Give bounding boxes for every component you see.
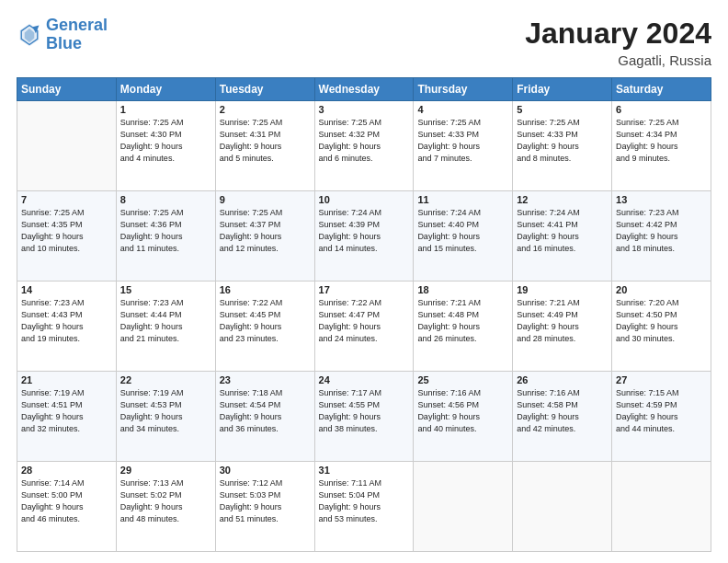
day-info: Sunrise: 7:25 AM Sunset: 4:33 PM Dayligh…: [517, 117, 608, 165]
day-cell: 12Sunrise: 7:24 AM Sunset: 4:41 PM Dayli…: [513, 191, 612, 282]
page: General Blue January 2024 Gagatli, Russi…: [0, 0, 728, 563]
day-info: Sunrise: 7:16 AM Sunset: 4:56 PM Dayligh…: [417, 387, 508, 435]
logo-line1: General: [46, 16, 108, 34]
day-cell: 6Sunrise: 7:25 AM Sunset: 4:34 PM Daylig…: [612, 101, 711, 191]
week-row-2: 7Sunrise: 7:25 AM Sunset: 4:35 PM Daylig…: [17, 191, 711, 282]
day-cell: 24Sunrise: 7:17 AM Sunset: 4:55 PM Dayli…: [314, 372, 414, 462]
day-info: Sunrise: 7:24 AM Sunset: 4:39 PM Dayligh…: [319, 207, 410, 255]
day-cell: 31Sunrise: 7:11 AM Sunset: 5:04 PM Dayli…: [314, 462, 414, 552]
day-number: 2: [220, 104, 311, 115]
calendar-title: January 2024: [525, 17, 711, 51]
day-cell: 23Sunrise: 7:18 AM Sunset: 4:54 PM Dayli…: [215, 372, 314, 462]
week-row-1: 1Sunrise: 7:25 AM Sunset: 4:30 PM Daylig…: [17, 101, 711, 191]
day-cell: 26Sunrise: 7:16 AM Sunset: 4:58 PM Dayli…: [513, 372, 612, 462]
calendar-table: SundayMondayTuesdayWednesdayThursdayFrid…: [17, 77, 711, 552]
day-cell: 7Sunrise: 7:25 AM Sunset: 4:35 PM Daylig…: [17, 191, 117, 282]
calendar-body: 1Sunrise: 7:25 AM Sunset: 4:30 PM Daylig…: [17, 101, 711, 552]
day-info: Sunrise: 7:23 AM Sunset: 4:43 PM Dayligh…: [21, 297, 112, 345]
day-number: 16: [220, 284, 311, 295]
title-block: January 2024 Gagatli, Russia: [525, 17, 711, 68]
day-cell: 18Sunrise: 7:21 AM Sunset: 4:48 PM Dayli…: [414, 282, 513, 372]
day-number: 26: [517, 374, 608, 385]
day-info: Sunrise: 7:17 AM Sunset: 4:55 PM Dayligh…: [319, 387, 410, 435]
day-info: Sunrise: 7:19 AM Sunset: 4:51 PM Dayligh…: [21, 387, 112, 435]
day-cell: [17, 101, 117, 191]
day-cell: [513, 462, 612, 552]
day-cell: 16Sunrise: 7:22 AM Sunset: 4:45 PM Dayli…: [215, 282, 314, 372]
day-number: 5: [517, 104, 608, 115]
day-number: 31: [319, 465, 410, 476]
day-cell: 3Sunrise: 7:25 AM Sunset: 4:32 PM Daylig…: [314, 101, 414, 191]
day-info: Sunrise: 7:25 AM Sunset: 4:36 PM Dayligh…: [120, 207, 211, 255]
day-cell: 8Sunrise: 7:25 AM Sunset: 4:36 PM Daylig…: [116, 191, 215, 282]
day-info: Sunrise: 7:25 AM Sunset: 4:37 PM Dayligh…: [220, 207, 311, 255]
day-number: 23: [220, 374, 311, 385]
day-info: Sunrise: 7:25 AM Sunset: 4:32 PM Dayligh…: [319, 117, 410, 165]
day-cell: [612, 462, 711, 552]
day-number: 4: [417, 104, 508, 115]
day-number: 22: [120, 374, 211, 385]
day-info: Sunrise: 7:16 AM Sunset: 4:58 PM Dayligh…: [517, 387, 608, 435]
day-cell: 11Sunrise: 7:24 AM Sunset: 4:40 PM Dayli…: [414, 191, 513, 282]
day-cell: 28Sunrise: 7:14 AM Sunset: 5:00 PM Dayli…: [17, 462, 117, 552]
day-info: Sunrise: 7:13 AM Sunset: 5:02 PM Dayligh…: [120, 477, 211, 525]
day-number: 24: [319, 374, 410, 385]
column-header-saturday: Saturday: [612, 78, 711, 101]
column-header-monday: Monday: [116, 78, 215, 101]
day-number: 30: [220, 465, 311, 476]
day-info: Sunrise: 7:21 AM Sunset: 4:49 PM Dayligh…: [517, 297, 608, 345]
day-cell: 14Sunrise: 7:23 AM Sunset: 4:43 PM Dayli…: [17, 282, 117, 372]
day-info: Sunrise: 7:24 AM Sunset: 4:41 PM Dayligh…: [517, 207, 608, 255]
day-cell: 4Sunrise: 7:25 AM Sunset: 4:33 PM Daylig…: [414, 101, 513, 191]
day-info: Sunrise: 7:25 AM Sunset: 4:34 PM Dayligh…: [616, 117, 707, 165]
day-info: Sunrise: 7:11 AM Sunset: 5:04 PM Dayligh…: [319, 477, 410, 525]
day-info: Sunrise: 7:24 AM Sunset: 4:40 PM Dayligh…: [417, 207, 508, 255]
day-info: Sunrise: 7:22 AM Sunset: 4:47 PM Dayligh…: [319, 297, 410, 345]
day-cell: 13Sunrise: 7:23 AM Sunset: 4:42 PM Dayli…: [612, 191, 711, 282]
day-info: Sunrise: 7:23 AM Sunset: 4:44 PM Dayligh…: [120, 297, 211, 345]
day-cell: 29Sunrise: 7:13 AM Sunset: 5:02 PM Dayli…: [116, 462, 215, 552]
week-row-4: 21Sunrise: 7:19 AM Sunset: 4:51 PM Dayli…: [17, 372, 711, 462]
day-info: Sunrise: 7:22 AM Sunset: 4:45 PM Dayligh…: [220, 297, 311, 345]
day-info: Sunrise: 7:20 AM Sunset: 4:50 PM Dayligh…: [616, 297, 707, 345]
day-info: Sunrise: 7:23 AM Sunset: 4:42 PM Dayligh…: [616, 207, 707, 255]
logo-text: General Blue: [46, 17, 108, 53]
day-cell: 5Sunrise: 7:25 AM Sunset: 4:33 PM Daylig…: [513, 101, 612, 191]
day-info: Sunrise: 7:19 AM Sunset: 4:53 PM Dayligh…: [120, 387, 211, 435]
day-cell: 10Sunrise: 7:24 AM Sunset: 4:39 PM Dayli…: [314, 191, 414, 282]
day-cell: 22Sunrise: 7:19 AM Sunset: 4:53 PM Dayli…: [116, 372, 215, 462]
week-row-3: 14Sunrise: 7:23 AM Sunset: 4:43 PM Dayli…: [17, 282, 711, 372]
logo: General Blue: [17, 17, 108, 53]
day-cell: 1Sunrise: 7:25 AM Sunset: 4:30 PM Daylig…: [116, 101, 215, 191]
day-number: 29: [120, 465, 211, 476]
day-cell: 2Sunrise: 7:25 AM Sunset: 4:31 PM Daylig…: [215, 101, 314, 191]
day-number: 18: [417, 284, 508, 295]
week-row-5: 28Sunrise: 7:14 AM Sunset: 5:00 PM Dayli…: [17, 462, 711, 552]
day-cell: 25Sunrise: 7:16 AM Sunset: 4:56 PM Dayli…: [414, 372, 513, 462]
day-number: 21: [21, 374, 112, 385]
day-number: 6: [616, 104, 707, 115]
day-cell: 15Sunrise: 7:23 AM Sunset: 4:44 PM Dayli…: [116, 282, 215, 372]
day-number: 9: [220, 194, 311, 205]
day-info: Sunrise: 7:15 AM Sunset: 4:59 PM Dayligh…: [616, 387, 707, 435]
logo-icon: [17, 22, 42, 48]
day-number: 10: [319, 194, 410, 205]
day-cell: 21Sunrise: 7:19 AM Sunset: 4:51 PM Dayli…: [17, 372, 117, 462]
day-cell: [414, 462, 513, 552]
column-header-thursday: Thursday: [414, 78, 513, 101]
header: General Blue January 2024 Gagatli, Russi…: [17, 17, 711, 68]
day-number: 11: [417, 194, 508, 205]
day-info: Sunrise: 7:21 AM Sunset: 4:48 PM Dayligh…: [417, 297, 508, 345]
day-number: 13: [616, 194, 707, 205]
column-header-sunday: Sunday: [17, 78, 117, 101]
day-number: 7: [21, 194, 112, 205]
calendar-subtitle: Gagatli, Russia: [525, 52, 711, 68]
day-info: Sunrise: 7:25 AM Sunset: 4:35 PM Dayligh…: [21, 207, 112, 255]
day-cell: 20Sunrise: 7:20 AM Sunset: 4:50 PM Dayli…: [612, 282, 711, 372]
day-info: Sunrise: 7:14 AM Sunset: 5:00 PM Dayligh…: [21, 477, 112, 525]
day-number: 19: [517, 284, 608, 295]
day-number: 14: [21, 284, 112, 295]
day-info: Sunrise: 7:25 AM Sunset: 4:30 PM Dayligh…: [120, 117, 211, 165]
day-info: Sunrise: 7:12 AM Sunset: 5:03 PM Dayligh…: [220, 477, 311, 525]
day-number: 12: [517, 194, 608, 205]
